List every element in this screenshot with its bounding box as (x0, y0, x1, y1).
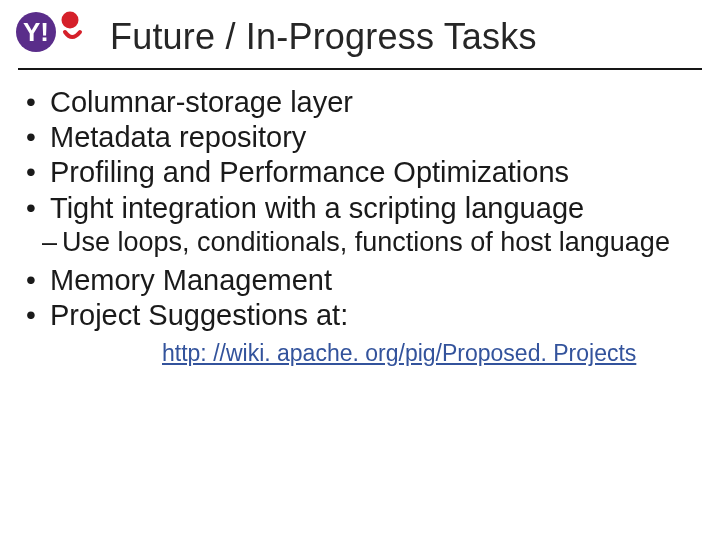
bullet-list: Columnar-storage layer Metadata reposito… (22, 85, 698, 225)
slide-body: Columnar-storage layer Metadata reposito… (0, 70, 720, 368)
bullet-list-continued: Memory Management Project Suggestions at… (22, 263, 698, 332)
wiki-link[interactable]: http: //wiki. apache. org/pig/Proposed. … (162, 340, 636, 366)
list-item: Tight integration with a scripting langu… (22, 191, 698, 225)
slide: Y! Future / In-Progress Tasks Columnar-s… (0, 0, 720, 540)
list-item: Columnar-storage layer (22, 85, 698, 119)
list-item: Metadata repository (22, 120, 698, 154)
list-item: Project Suggestions at: (22, 298, 698, 332)
list-item: Memory Management (22, 263, 698, 297)
slide-header: Y! Future / In-Progress Tasks (0, 0, 720, 58)
list-item: Profiling and Performance Optimizations (22, 155, 698, 189)
slide-title: Future / In-Progress Tasks (0, 10, 720, 58)
link-line: http: //wiki. apache. org/pig/Proposed. … (22, 334, 698, 368)
sub-list-item: Use loops, conditionals, functions of ho… (22, 227, 698, 259)
svg-text:Y!: Y! (23, 17, 49, 47)
svg-point-2 (62, 12, 79, 29)
yahoo-logo-icon: Y! (14, 8, 92, 56)
